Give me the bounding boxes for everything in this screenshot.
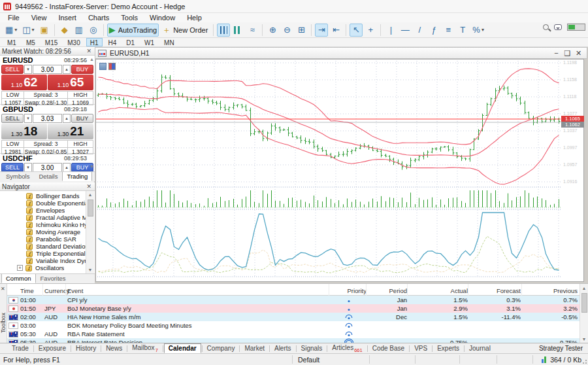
vertical-line-button[interactable]: |	[384, 24, 397, 37]
volume-dropdown-icon[interactable]: ▾	[24, 65, 32, 74]
timeframe-m15[interactable]: M15	[41, 38, 61, 46]
timeframe-d1[interactable]: D1	[122, 38, 139, 46]
chart-window-titlebar[interactable]: EURUSD,H1 − ❑ ✕	[95, 47, 587, 59]
menu-view[interactable]: View	[25, 13, 53, 22]
calendar-row[interactable]: 05:30AUDRBA Interest Rate Decision0.75%0…	[7, 338, 580, 343]
navigator-item-standard-deviation[interactable]: fStandard Deviation	[0, 243, 95, 250]
navigator-item-double-exponential[interactable]: fDouble Exponential	[0, 200, 95, 207]
timeframe-m30[interactable]: M30	[63, 38, 84, 46]
navigator-group-oscillators[interactable]: +fOscillators	[0, 264, 95, 271]
tab-company[interactable]: Company	[203, 344, 239, 353]
volume-up-icon[interactable]: ▴	[63, 65, 71, 74]
scrollbar-thumb[interactable]	[581, 293, 587, 313]
tab-articles[interactable]: Articles661	[328, 343, 366, 354]
scroll-up-icon[interactable]: ▲	[86, 191, 94, 197]
tab-alerts[interactable]: Alerts	[270, 344, 295, 353]
tab-history[interactable]: History	[72, 344, 100, 353]
menu-tools[interactable]: Tools	[115, 13, 144, 22]
calendar-row[interactable]: 01:50JPYBoJ Monetary Base y/yJan2.9%3.1%…	[7, 304, 580, 313]
volume-field[interactable]: 3.00	[33, 65, 62, 74]
volume-up-icon[interactable]: ▴	[63, 163, 71, 171]
market-watch-tab-details[interactable]: Details	[34, 171, 62, 181]
menu-insert[interactable]: Insert	[52, 13, 82, 22]
close-icon[interactable]: ✕	[85, 48, 93, 54]
calendar-row[interactable]: 01:00CPI y/yJan1.5%0.3%0.7%	[7, 296, 580, 304]
column-header-event[interactable]: Event	[67, 287, 329, 295]
bar-chart-button[interactable]	[217, 24, 230, 37]
zoom-out-button[interactable]: ⊖	[280, 24, 293, 37]
tile-windows-button[interactable]: ⊞	[295, 24, 308, 37]
timeframe-m1[interactable]: M1	[3, 38, 20, 46]
navigator-item-triple-exponential-m[interactable]: fTriple Exponential M	[0, 250, 95, 257]
data-window-button[interactable]: ▥	[73, 24, 86, 37]
symbol-block-gbpusd[interactable]: GBPUSD 08:29:18 SELL ▾ 3.03 ▴ BUY 1.3018…	[0, 105, 95, 154]
column-header-forecast[interactable]: Forecast	[470, 287, 521, 295]
resize-grip[interactable]	[582, 359, 587, 364]
calendar-row[interactable]: 05:30AUDRBA Rate Statement	[7, 330, 580, 338]
symbol-block-usdchf[interactable]: USDCHF 08:29:53 SELL ▾ 3.00 ▴ BUY	[0, 154, 95, 171]
scrollbar-thumb[interactable]	[88, 200, 93, 217]
one-click-trading-icon[interactable]	[99, 63, 106, 70]
profiles-button[interactable]: ◫▾	[20, 24, 36, 37]
tab-vps[interactable]: VPS	[410, 344, 431, 353]
close-icon[interactable]: ✕	[573, 49, 584, 58]
expand-icon[interactable]: +	[17, 265, 23, 271]
volume-dropdown-icon[interactable]: ▾	[24, 163, 32, 171]
close-icon[interactable]: ✕	[1, 286, 5, 292]
search-icon[interactable]	[543, 24, 549, 30]
tab-experts[interactable]: Experts	[433, 344, 463, 353]
buy-button[interactable]: BUY	[71, 65, 93, 74]
strategy-tester-label[interactable]: Strategy Tester	[539, 345, 583, 352]
calendar-row[interactable]: 03:00BOK Monetary Policy Board Meeting M…	[7, 321, 580, 330]
horizontal-line-button[interactable]: —	[399, 24, 412, 37]
navigator-item-envelopes[interactable]: fEnvelopes	[0, 207, 95, 214]
shapes-button[interactable]: %▾	[470, 24, 486, 37]
market-watch-button[interactable]: ◆	[58, 24, 71, 37]
tab-trade[interactable]: Trade	[8, 344, 33, 353]
tab-news[interactable]: News	[102, 344, 126, 353]
sell-button[interactable]: SELL	[1, 114, 24, 123]
calendar-row[interactable]: 02:00AUDHIA New Home Sales m/mDec1.5%-11…	[7, 313, 580, 321]
sell-button[interactable]: SELL	[1, 65, 24, 74]
trendline-button[interactable]: /	[413, 24, 426, 37]
tab-calendar[interactable]: Calendar	[164, 343, 201, 353]
timeframe-mn[interactable]: MN	[160, 38, 178, 46]
navigator-item-moving-average[interactable]: fMoving Average	[0, 228, 95, 235]
symbol-block-eurusd[interactable]: EURUSD 08:29:56 SELL ▾ 3.00 ▴ BUY 1.1062…	[0, 56, 95, 105]
tab-code-base[interactable]: Code Base	[368, 344, 408, 353]
timeframe-h4[interactable]: H4	[105, 38, 121, 46]
line-chart-button[interactable]: ≈	[246, 24, 259, 37]
chart-plot-area[interactable]: 1.11981.11581.11181.10771.10371.09971.09…	[95, 59, 584, 282]
candle-chart-button[interactable]	[231, 24, 244, 37]
column-header-actual[interactable]: Actual	[409, 287, 468, 295]
channel-button[interactable]: ≡	[442, 24, 455, 37]
chat-icon[interactable]	[554, 24, 562, 30]
navigator-tab-favorites[interactable]: Favorites	[36, 273, 71, 283]
scroll-down-icon[interactable]: ▼	[580, 337, 588, 341]
bid-price[interactable]: 1.1062	[1, 75, 47, 90]
text-button[interactable]: T	[456, 24, 469, 37]
market-watch-tab-symbols[interactable]: Symbols	[1, 171, 34, 181]
bid-price[interactable]: 1.3018	[1, 124, 47, 139]
menu-file[interactable]: File	[2, 13, 25, 22]
depth-of-market-icon[interactable]	[108, 63, 116, 70]
tab-market[interactable]: Market	[240, 344, 269, 353]
timeframe-m5[interactable]: M5	[22, 38, 39, 46]
navigator-item-bollinger-bands[interactable]: fBollinger Bands	[0, 192, 95, 200]
tab-exposure[interactable]: Exposure	[35, 344, 70, 353]
menu-charts[interactable]: Charts	[82, 13, 115, 22]
volume-dropdown-icon[interactable]: ▾	[24, 114, 32, 123]
ask-price[interactable]: 1.1065	[48, 75, 93, 90]
autotrading-button[interactable]: ▶AutoTrading	[107, 24, 159, 37]
menu-help[interactable]: Help	[181, 13, 208, 22]
sell-button[interactable]: SELL	[1, 163, 24, 171]
navigator-item-parabolic-sar[interactable]: fParabolic SAR	[0, 235, 95, 243]
navigator-button[interactable]: ◎	[87, 24, 100, 37]
cursor-button[interactable]: ↖	[350, 24, 363, 37]
column-header-previous[interactable]: Previous	[523, 287, 578, 295]
maximize-icon[interactable]: ❑	[562, 49, 573, 58]
navigator-tab-common[interactable]: Common	[1, 273, 36, 283]
scroll-up-icon[interactable]: ▲	[90, 57, 94, 61]
scroll-up-icon[interactable]: ▲	[580, 284, 588, 290]
fibonacci-button[interactable]: ƒ	[427, 24, 440, 37]
